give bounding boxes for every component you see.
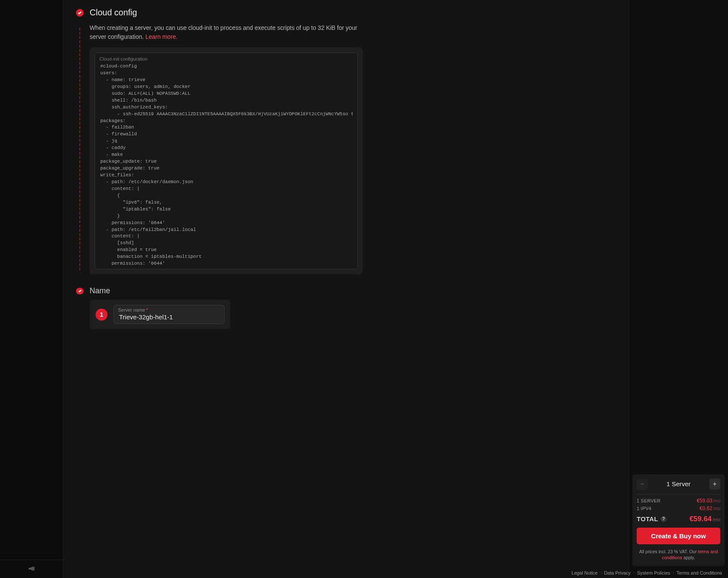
price-row: 1 IPV4 €0.62/mo <box>637 505 720 511</box>
cloud-init-textarea[interactable] <box>99 62 353 265</box>
price-row: 1 SERVER €59.03/mo <box>637 498 720 504</box>
rail-bottom-item[interactable] <box>0 560 63 578</box>
server-name-input[interactable] <box>118 313 220 321</box>
quantity-label: 1 Server <box>667 480 691 488</box>
svg-point-0 <box>29 568 30 569</box>
svg-rect-1 <box>32 567 34 568</box>
help-icon[interactable]: ? <box>661 516 667 522</box>
footer-link[interactable]: System Policies <box>637 570 670 575</box>
qty-increment-button[interactable]: + <box>709 479 720 490</box>
price-period: /mo <box>713 506 720 511</box>
main-panel: Cloud config When creating a server, you… <box>63 0 629 578</box>
total-value: €59.64 <box>690 515 712 523</box>
order-summary: − 1 Server + 1 SERVER €59.03/mo 1 IPV4 €… <box>632 474 725 566</box>
footer-links: Legal Notice· Data Privacy· System Polic… <box>571 570 722 575</box>
total-label: TOTAL ? <box>637 515 667 523</box>
cloud-config-description: When creating a server, you can use clou… <box>90 23 363 41</box>
left-nav-rail <box>0 0 63 578</box>
quantity-row: − 1 Server + <box>637 479 720 490</box>
price-period: /mo <box>713 499 720 503</box>
server-name-card: 1 Server name* <box>90 300 230 329</box>
svg-rect-2 <box>32 569 34 570</box>
section-title: Name <box>90 286 110 295</box>
price-rows: 1 SERVER €59.03/mo 1 IPV4 €0.62/mo TOTAL… <box>637 494 720 523</box>
total-period: /mo <box>713 517 720 522</box>
check-icon <box>76 9 84 17</box>
learn-more-link[interactable]: Learn more. <box>146 33 178 40</box>
field-label: Server name* <box>118 307 220 312</box>
code-label: Cloud-init configuration <box>99 56 353 61</box>
price-label: 1 SERVER <box>637 498 661 503</box>
price-value: €59.03 <box>697 498 713 504</box>
check-icon <box>76 288 84 295</box>
vat-note: All prices incl. 23 % VAT. Our terms and… <box>637 549 720 561</box>
footer-link[interactable]: Terms and Conditions <box>677 570 722 575</box>
qty-decrement-button[interactable]: − <box>637 479 648 490</box>
footer-link[interactable]: Legal Notice <box>571 570 597 575</box>
cloud-config-section: Cloud config When creating a server, you… <box>63 0 629 274</box>
section-title: Cloud config <box>90 8 137 18</box>
price-value: €0.62 <box>699 505 712 511</box>
server-name-field[interactable]: Server name* <box>114 305 224 324</box>
network-icon <box>28 565 35 574</box>
section-header: Cloud config <box>76 0 616 20</box>
section-header: Name <box>76 274 616 300</box>
desc-text: When creating a server, you can use clou… <box>90 24 357 40</box>
right-column: − 1 Server + 1 SERVER €59.03/mo 1 IPV4 €… <box>629 0 728 578</box>
price-label: 1 IPV4 <box>637 506 651 511</box>
name-section: Name 1 Server name* <box>63 274 629 329</box>
create-buy-button[interactable]: Create & Buy now <box>637 528 720 544</box>
total-row: TOTAL ? €59.64/mo <box>637 515 720 523</box>
footer-link[interactable]: Data Privacy <box>604 570 630 575</box>
code-inner: Cloud-init configuration <box>95 53 358 269</box>
code-card: Cloud-init configuration <box>90 47 363 274</box>
index-badge: 1 <box>96 309 108 321</box>
main-scroll[interactable]: Cloud config When creating a server, you… <box>63 0 629 578</box>
